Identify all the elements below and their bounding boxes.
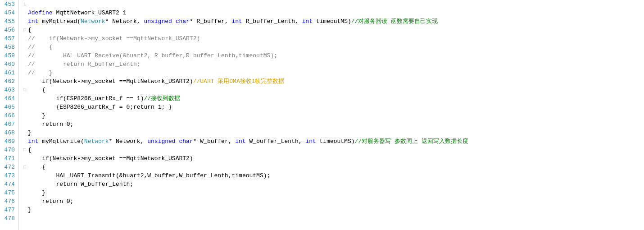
code-area[interactable]: L #define MqttNetwork_USART2 1 int myMqt…: [19, 0, 644, 230]
line-number: 471: [2, 154, 15, 163]
code-line: int myMqttread(Network* Network, unsigne…: [22, 17, 644, 26]
code-content: }: [28, 111, 45, 120]
code-token: if(Network->my_socket ==MqttNetwork_USAR…: [28, 155, 193, 162]
code-token: MqttNetwork_USART2 1: [56, 9, 126, 16]
fold-indicator: [22, 189, 28, 197]
code-token: // {: [28, 44, 53, 51]
code-content: {: [28, 86, 45, 94]
code-token: }: [28, 207, 32, 213]
code-token: return W_buffer_Lenth;: [28, 181, 133, 188]
line-number: 458: [2, 43, 15, 51]
code-token: {: [28, 164, 45, 170]
code-token: }: [28, 129, 32, 136]
code-content: if(Network->my_socket ==MqttNetwork_USAR…: [28, 154, 193, 163]
code-token: // return R_buffer_Lenth;: [28, 61, 141, 68]
code-line: L: [22, 0, 644, 9]
fold-indicator[interactable]: □: [22, 26, 28, 34]
line-number: 475: [2, 189, 15, 197]
code-token: int: [28, 18, 38, 25]
code-token: Network: [84, 138, 109, 145]
code-line: }: [22, 206, 644, 214]
fold-indicator[interactable]: □: [22, 163, 28, 171]
code-content: // if(Network->my_socket ==MqttNetwork_U…: [28, 34, 200, 43]
code-token: if(Network->my_socket ==MqttNetwork_USAR…: [28, 78, 193, 85]
code-token: }: [28, 189, 45, 196]
fold-indicator: [22, 214, 28, 223]
fold-indicator: [22, 51, 28, 60]
code-content: {: [28, 146, 32, 154]
code-content: }: [28, 206, 32, 214]
fold-indicator: [22, 154, 28, 163]
code-content: int myMqttwrite(Network* Network, unsign…: [28, 137, 468, 146]
code-token: int: [302, 18, 313, 25]
line-number: 454: [2, 9, 15, 17]
code-line: // }: [22, 69, 644, 77]
code-content: HAL_UART_Transmit(&huart2,W_buffer,W_buf…: [28, 171, 270, 180]
code-line: □ {: [22, 163, 644, 171]
fold-indicator: [22, 94, 28, 103]
code-token: * Network,: [109, 138, 147, 145]
line-number: 467: [2, 120, 15, 129]
code-token: int: [232, 18, 242, 25]
code-token: Network: [81, 18, 105, 25]
code-line: #define MqttNetwork_USART2 1: [22, 9, 644, 17]
fold-indicator: [22, 137, 28, 146]
code-content: {: [28, 163, 45, 171]
code-line: int myMqttwrite(Network* Network, unsign…: [22, 137, 644, 146]
code-content: }: [28, 129, 32, 137]
line-number: 464: [2, 94, 15, 103]
code-line: □{: [22, 26, 644, 34]
line-number: 455: [2, 17, 15, 26]
code-token: // HAL_UART_Receive(&huart2, R_buffer,R_…: [28, 52, 277, 59]
code-line: □{: [22, 146, 644, 154]
code-content: if(Network->my_socket ==MqttNetwork_USAR…: [28, 77, 285, 86]
code-token: return 0;: [28, 121, 73, 128]
line-number: 474: [2, 180, 15, 189]
fold-indicator: L: [22, 0, 28, 9]
code-token: int: [235, 138, 245, 145]
fold-indicator[interactable]: □: [22, 146, 28, 154]
line-number: 453: [2, 0, 15, 9]
code-token: timeoutMS): [313, 18, 351, 25]
line-number: 461: [2, 69, 15, 77]
code-token: * W_buffer,: [193, 138, 236, 145]
fold-indicator: [22, 69, 28, 77]
line-number: 466: [2, 111, 15, 120]
code-content: return 0;: [28, 197, 73, 206]
code-token: W_buffer_Lenth,: [246, 138, 306, 145]
line-number: 460: [2, 60, 15, 69]
code-line: return 0;: [22, 120, 644, 129]
code-content: }: [28, 189, 45, 197]
fold-indicator: [22, 17, 28, 26]
fold-indicator: [22, 197, 28, 206]
code-line: [22, 214, 644, 223]
line-number: 476: [2, 197, 15, 206]
fold-indicator: [22, 171, 28, 180]
code-line: return 0;: [22, 197, 644, 206]
code-line: }: [22, 189, 644, 197]
code-content: #define MqttNetwork_USART2 1: [28, 9, 126, 17]
code-editor: 4534544554564574584594604614624634644654…: [0, 0, 644, 230]
line-number: 462: [2, 77, 15, 86]
code-content: [28, 0, 32, 9]
code-token: #define: [28, 9, 56, 16]
line-number: 465: [2, 103, 15, 111]
fold-indicator: [22, 103, 28, 111]
code-token: }: [28, 112, 45, 119]
line-number: 456: [2, 26, 15, 34]
fold-indicator: [22, 43, 28, 51]
code-token: HAL_UART_Transmit(&huart2,W_buffer,W_buf…: [28, 172, 270, 179]
code-token: // }: [28, 69, 53, 76]
code-line: // if(Network->my_socket ==MqttNetwork_U…: [22, 34, 644, 43]
code-token: //UART 采用DMA接收1帧完整数据: [193, 78, 285, 85]
line-number: 469: [2, 137, 15, 146]
line-number: 468: [2, 129, 15, 137]
code-token: * Network,: [105, 18, 144, 25]
fold-indicator[interactable]: □: [22, 86, 28, 94]
code-content: if(ESP8266_uartRx_f == 1)//接收到数据: [28, 94, 180, 103]
fold-indicator: [22, 180, 28, 189]
code-line: // {: [22, 43, 644, 51]
code-token: unsigned char: [147, 138, 193, 145]
code-content: // return R_buffer_Lenth;: [28, 60, 141, 69]
code-content: return 0;: [28, 120, 73, 129]
